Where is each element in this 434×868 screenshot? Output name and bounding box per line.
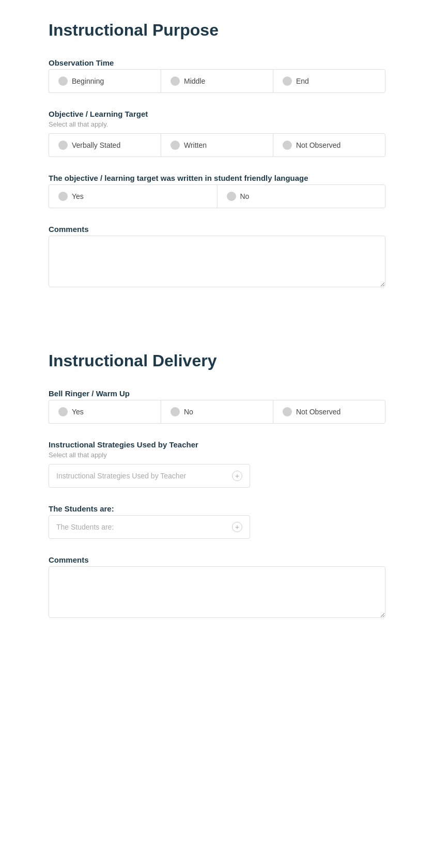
radio-circle-verbally [58, 141, 68, 150]
objective-written-option[interactable]: Written [161, 133, 273, 157]
written-friendly-yes-option[interactable]: Yes [49, 184, 217, 208]
observation-end-label: End [296, 77, 309, 85]
written-friendly-no-option[interactable]: No [217, 184, 386, 208]
written-friendly-no-label: No [240, 192, 250, 200]
instructional-strategies-placeholder: Instructional Strategies Used by Teacher [56, 472, 186, 480]
objective-label: Objective / Learning Target [49, 110, 385, 118]
radio-circle-written [171, 141, 180, 150]
bell-ringer-not-observed-label: Not Observed [296, 408, 340, 416]
bell-ringer-yes-option[interactable]: Yes [49, 400, 161, 424]
bell-ringer-yes-label: Yes [72, 408, 84, 416]
written-friendly-yes-label: Yes [72, 192, 84, 200]
radio-circle-bell-not-observed [283, 407, 292, 416]
bell-ringer-no-option[interactable]: No [161, 400, 273, 424]
written-friendly-label: The objective / learning target was writ… [49, 174, 385, 182]
students-are-label: The Students are: [49, 504, 385, 513]
bell-ringer-label: Bell Ringer / Warm Up [49, 389, 385, 398]
objective-sublabel: Select all that apply. [49, 120, 385, 128]
students-are-dropdown[interactable]: The Students are: + [49, 515, 250, 539]
students-are-plus-icon[interactable]: + [232, 522, 242, 532]
radio-circle-middle [171, 76, 180, 86]
observation-beginning-label: Beginning [72, 77, 104, 85]
observation-middle-label: Middle [184, 77, 205, 85]
radio-circle-not-observed-obj [283, 141, 292, 150]
students-are-placeholder: The Students are: [56, 523, 114, 531]
radio-circle-bell-yes [58, 407, 68, 416]
radio-circle-end [283, 76, 292, 86]
instructional-strategies-sublabel: Select all that apply [49, 451, 385, 459]
observation-time-label: Observation Time [49, 58, 385, 67]
comments-textarea-1[interactable] [49, 236, 385, 287]
radio-circle-bell-no [171, 407, 180, 416]
bell-ringer-options: Yes No Not Observed [49, 400, 385, 424]
observation-time-group: Observation Time Beginning Middle End [49, 58, 385, 93]
section2-title: Instructional Delivery [49, 351, 385, 370]
instructional-delivery-section: Instructional Delivery Bell Ringer / War… [49, 351, 385, 620]
objective-not-observed-option[interactable]: Not Observed [273, 133, 385, 157]
students-are-group: The Students are: The Students are: + [49, 504, 385, 539]
objective-not-observed-label: Not Observed [296, 141, 340, 149]
radio-circle-no-wf [227, 192, 236, 201]
comments-label-1: Comments [49, 225, 385, 234]
bell-ringer-not-observed-option[interactable]: Not Observed [273, 400, 385, 424]
instructional-strategies-label: Instructional Strategies Used by Teacher [49, 440, 385, 449]
objective-written-label: Written [184, 141, 207, 149]
objective-options: Verbally Stated Written Not Observed [49, 133, 385, 157]
comments-textarea-2[interactable] [49, 566, 385, 618]
written-friendly-options: Yes No [49, 184, 385, 208]
objective-group: Objective / Learning Target Select all t… [49, 110, 385, 157]
bell-ringer-group: Bell Ringer / Warm Up Yes No Not Observe… [49, 389, 385, 424]
comments-group-1: Comments [49, 225, 385, 289]
comments-label-2: Comments [49, 555, 385, 564]
radio-circle-yes-wf [58, 192, 68, 201]
instructional-strategies-group: Instructional Strategies Used by Teacher… [49, 440, 385, 488]
observation-beginning-option[interactable]: Beginning [49, 69, 161, 93]
observation-end-option[interactable]: End [273, 69, 385, 93]
observation-time-options: Beginning Middle End [49, 69, 385, 93]
written-friendly-group: The objective / learning target was writ… [49, 174, 385, 208]
instructional-purpose-section: Instructional Purpose Observation Time B… [49, 21, 385, 289]
instructional-strategies-dropdown[interactable]: Instructional Strategies Used by Teacher… [49, 464, 250, 488]
observation-middle-option[interactable]: Middle [161, 69, 273, 93]
instructional-strategies-plus-icon[interactable]: + [232, 471, 242, 481]
objective-verbally-stated-label: Verbally Stated [72, 141, 120, 149]
radio-circle-beginning [58, 76, 68, 86]
bell-ringer-no-label: No [184, 408, 193, 416]
comments-group-2: Comments [49, 555, 385, 620]
objective-verbally-stated-option[interactable]: Verbally Stated [49, 133, 161, 157]
page-container: Instructional Purpose Observation Time B… [0, 0, 434, 672]
section1-title: Instructional Purpose [49, 21, 385, 40]
